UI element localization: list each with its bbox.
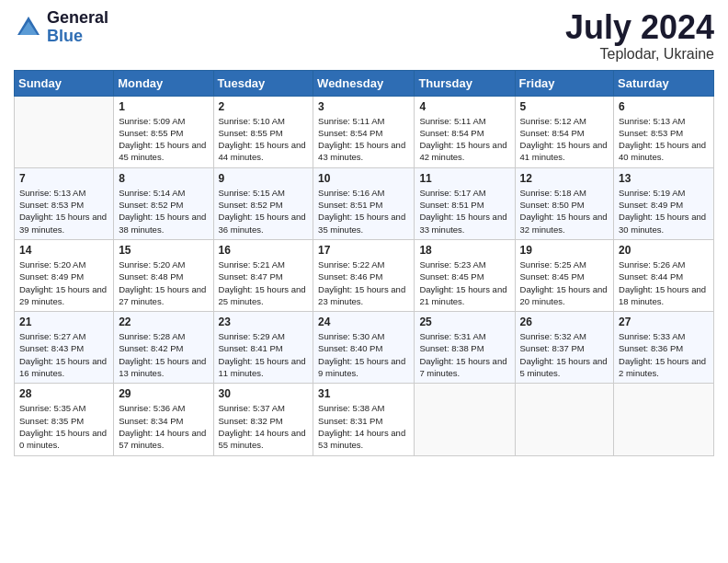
day-cell: 5 Sunrise: 5:12 AM Sunset: 8:54 PM Dayli… [515, 96, 614, 167]
sunset-label: Sunset: 8:44 PM [619, 271, 683, 282]
sunset-label: Sunset: 8:31 PM [318, 416, 382, 426]
daylight-label: Daylight: 15 hours and 5 minutes. [520, 356, 608, 378]
day-cell [15, 96, 114, 167]
day-info: Sunrise: 5:23 AM Sunset: 8:45 PM Dayligh… [419, 259, 509, 307]
daylight-label: Daylight: 15 hours and 27 minutes. [119, 284, 206, 306]
sunrise-label: Sunrise: 5:32 AM [520, 331, 586, 341]
day-cell: 27 Sunrise: 5:33 AM Sunset: 8:36 PM Dayl… [614, 312, 714, 384]
day-number: 22 [119, 316, 208, 328]
logo: General Blue [14, 9, 108, 46]
day-number: 11 [419, 172, 509, 185]
day-cell: 17 Sunrise: 5:22 AM Sunset: 8:46 PM Dayl… [313, 239, 415, 311]
day-number: 9 [219, 172, 309, 185]
day-number: 31 [318, 387, 409, 400]
day-number: 7 [19, 172, 108, 185]
day-number: 17 [318, 244, 409, 257]
sunset-label: Sunset: 8:41 PM [219, 343, 283, 353]
day-number: 25 [419, 316, 509, 328]
sunset-label: Sunset: 8:36 PM [619, 343, 683, 353]
day-number: 28 [19, 387, 108, 400]
daylight-label: Daylight: 15 hours and 7 minutes. [419, 356, 506, 378]
sunrise-label: Sunrise: 5:11 AM [318, 116, 384, 126]
day-number: 12 [520, 172, 609, 185]
week-row-3: 14 Sunrise: 5:20 AM Sunset: 8:49 PM Dayl… [15, 239, 714, 311]
day-info: Sunrise: 5:22 AM Sunset: 8:46 PM Dayligh… [318, 259, 409, 307]
sunset-label: Sunset: 8:45 PM [520, 271, 585, 282]
day-info: Sunrise: 5:28 AM Sunset: 8:42 PM Dayligh… [119, 330, 208, 379]
day-cell: 28 Sunrise: 5:35 AM Sunset: 8:35 PM Dayl… [15, 384, 114, 455]
day-number: 21 [19, 316, 108, 328]
day-info: Sunrise: 5:16 AM Sunset: 8:51 PM Dayligh… [318, 187, 409, 236]
daylight-label: Daylight: 15 hours and 44 minutes. [219, 140, 306, 162]
day-cell: 31 Sunrise: 5:38 AM Sunset: 8:31 PM Dayl… [313, 384, 415, 455]
day-cell: 16 Sunrise: 5:21 AM Sunset: 8:47 PM Dayl… [213, 239, 313, 311]
day-info: Sunrise: 5:32 AM Sunset: 8:37 PM Dayligh… [520, 330, 609, 379]
day-info: Sunrise: 5:13 AM Sunset: 8:53 PM Dayligh… [19, 187, 108, 236]
sunset-label: Sunset: 8:48 PM [119, 271, 183, 282]
sunrise-label: Sunrise: 5:18 AM [520, 188, 586, 198]
daylight-label: Daylight: 14 hours and 55 minutes. [219, 428, 306, 450]
day-cell [415, 384, 515, 455]
day-number: 26 [520, 316, 609, 328]
logo-general-text: General [47, 9, 108, 28]
daylight-label: Daylight: 15 hours and 39 minutes. [19, 212, 107, 234]
sunrise-label: Sunrise: 5:22 AM [318, 259, 384, 270]
day-number: 5 [520, 100, 609, 113]
title-block: July 2024 Teplodar, Ukraine [565, 9, 714, 63]
daylight-label: Daylight: 15 hours and 41 minutes. [520, 140, 608, 162]
sunrise-label: Sunrise: 5:27 AM [19, 331, 85, 341]
sunset-label: Sunset: 8:49 PM [19, 271, 84, 282]
sunrise-label: Sunrise: 5:09 AM [119, 116, 185, 126]
col-thursday: Thursday [415, 70, 515, 96]
sunset-label: Sunset: 8:45 PM [419, 271, 483, 282]
daylight-label: Daylight: 15 hours and 32 minutes. [520, 212, 608, 234]
col-sunday: Sunday [15, 70, 114, 96]
sunset-label: Sunset: 8:55 PM [219, 128, 283, 138]
daylight-label: Daylight: 15 hours and 16 minutes. [19, 356, 107, 378]
day-number: 3 [318, 100, 409, 113]
day-number: 2 [219, 100, 309, 113]
sunset-label: Sunset: 8:46 PM [318, 271, 382, 282]
day-info: Sunrise: 5:20 AM Sunset: 8:49 PM Dayligh… [19, 259, 108, 307]
day-info: Sunrise: 5:12 AM Sunset: 8:54 PM Dayligh… [520, 115, 609, 164]
sunrise-label: Sunrise: 5:13 AM [619, 116, 685, 126]
daylight-label: Daylight: 15 hours and 35 minutes. [318, 212, 405, 234]
sunset-label: Sunset: 8:32 PM [219, 416, 283, 426]
sunrise-label: Sunrise: 5:11 AM [419, 116, 485, 126]
daylight-label: Daylight: 15 hours and 40 minutes. [619, 140, 706, 162]
daylight-label: Daylight: 15 hours and 25 minutes. [219, 284, 306, 306]
week-row-5: 28 Sunrise: 5:35 AM Sunset: 8:35 PM Dayl… [15, 384, 714, 455]
day-number: 19 [520, 244, 609, 257]
calendar-header-row: Sunday Monday Tuesday Wednesday Thursday… [15, 70, 714, 96]
sunrise-label: Sunrise: 5:23 AM [419, 259, 485, 270]
day-cell: 26 Sunrise: 5:32 AM Sunset: 8:37 PM Dayl… [515, 312, 614, 384]
logo-text: General Blue [47, 9, 108, 46]
day-cell: 9 Sunrise: 5:15 AM Sunset: 8:52 PM Dayli… [213, 167, 313, 239]
daylight-label: Daylight: 15 hours and 42 minutes. [419, 140, 506, 162]
day-info: Sunrise: 5:30 AM Sunset: 8:40 PM Dayligh… [318, 330, 409, 379]
day-cell: 29 Sunrise: 5:36 AM Sunset: 8:34 PM Dayl… [114, 384, 213, 455]
sunset-label: Sunset: 8:50 PM [520, 200, 585, 210]
day-cell: 13 Sunrise: 5:19 AM Sunset: 8:49 PM Dayl… [614, 167, 714, 239]
daylight-label: Daylight: 14 hours and 57 minutes. [119, 428, 206, 450]
daylight-label: Daylight: 15 hours and 38 minutes. [119, 212, 206, 234]
day-info: Sunrise: 5:36 AM Sunset: 8:34 PM Dayligh… [119, 402, 208, 451]
day-info: Sunrise: 5:19 AM Sunset: 8:49 PM Dayligh… [619, 187, 709, 236]
sunset-label: Sunset: 8:51 PM [419, 200, 483, 210]
day-cell: 11 Sunrise: 5:17 AM Sunset: 8:51 PM Dayl… [415, 167, 515, 239]
sunrise-label: Sunrise: 5:25 AM [520, 259, 586, 270]
sunrise-label: Sunrise: 5:21 AM [219, 259, 285, 270]
header: General Blue July 2024 Teplodar, Ukraine [14, 9, 714, 63]
logo-icon [14, 13, 43, 42]
day-number: 27 [619, 316, 709, 328]
sunrise-label: Sunrise: 5:38 AM [318, 403, 384, 413]
sunset-label: Sunset: 8:54 PM [520, 128, 585, 138]
day-number: 13 [619, 172, 709, 185]
sunrise-label: Sunrise: 5:13 AM [19, 188, 85, 198]
sunrise-label: Sunrise: 5:26 AM [619, 259, 685, 270]
daylight-label: Daylight: 15 hours and 20 minutes. [520, 284, 608, 306]
day-info: Sunrise: 5:13 AM Sunset: 8:53 PM Dayligh… [619, 115, 709, 164]
sunset-label: Sunset: 8:35 PM [19, 416, 84, 426]
title-location: Teplodar, Ukraine [565, 46, 714, 63]
sunrise-label: Sunrise: 5:14 AM [119, 188, 185, 198]
